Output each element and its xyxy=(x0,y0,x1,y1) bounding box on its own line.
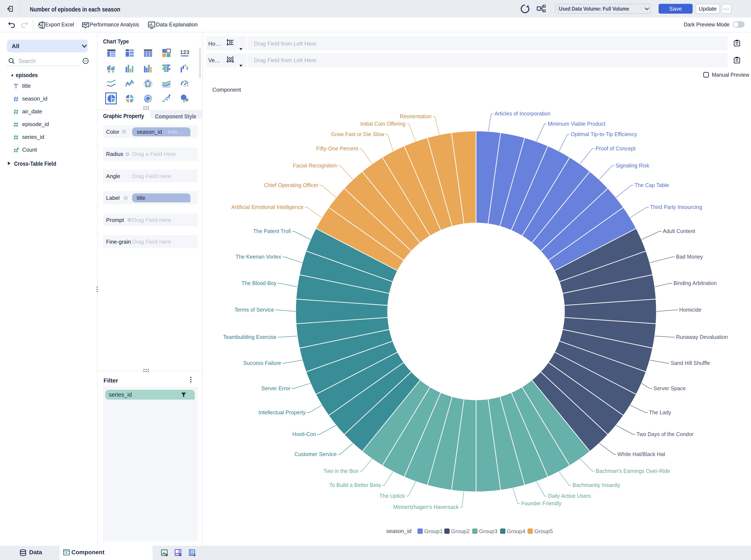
svg-text:Daily Active Users: Daily Active Users xyxy=(548,493,591,499)
svg-text:Server Space: Server Space xyxy=(653,385,686,391)
svg-text:Adult Content: Adult Content xyxy=(663,228,695,234)
svg-text:Initial Coin Offering: Initial Coin Offering xyxy=(360,121,406,127)
svg-text:Server Error: Server Error xyxy=(261,385,290,391)
svg-text:Group2: Group2 xyxy=(451,528,470,535)
svg-text:The Blood Boy: The Blood Boy xyxy=(242,280,277,286)
svg-text:Terms of Service: Terms of Service xyxy=(235,307,274,313)
svg-text:Group3: Group3 xyxy=(479,528,498,535)
svg-text:Bachman's Earnings Over-Ride: Bachman's Earnings Over-Ride xyxy=(596,468,670,474)
svg-text:The Patent Troll: The Patent Troll xyxy=(253,228,291,234)
svg-text:Group1: Group1 xyxy=(424,528,443,535)
svg-text:Runaway Devaluation: Runaway Devaluation xyxy=(676,334,728,340)
svg-text:Chief Operating Officer: Chief Operating Officer xyxy=(264,182,319,188)
svg-text:Binding Arbitration: Binding Arbitration xyxy=(673,280,717,286)
svg-text:Hooli-Con: Hooli-Con xyxy=(292,431,316,437)
svg-text:The Keenan Vortex: The Keenan Vortex xyxy=(236,254,281,260)
svg-text:To Build a Better Beta: To Build a Better Beta xyxy=(329,482,381,488)
svg-text:Optimal Tip-to-Tip Efficiency: Optimal Tip-to-Tip Efficiency xyxy=(571,131,637,137)
svg-text:Group5: Group5 xyxy=(534,528,553,535)
svg-text:Artificial Emotional Intellige: Artificial Emotional Intelligence xyxy=(231,204,304,210)
svg-text:Intellectual Property: Intellectual Property xyxy=(259,409,306,415)
svg-text:The Lady: The Lady xyxy=(649,409,671,415)
svg-text:Articles of Incorporation: Articles of Incorporation xyxy=(494,111,551,117)
svg-text:Grow Fast or Die Slow: Grow Fast or Die Slow xyxy=(331,131,384,137)
svg-text:Signaling Risk: Signaling Risk xyxy=(615,162,649,168)
svg-text:Reorientation: Reorientation xyxy=(400,113,431,119)
svg-text:Sand Hill Shuffle: Sand Hill Shuffle xyxy=(671,360,710,366)
svg-text:Bachmanity Insanity: Bachmanity Insanity xyxy=(572,482,620,488)
svg-text:The Cap Table: The Cap Table xyxy=(634,182,669,188)
svg-text:Teambuilding Exercise: Teambuilding Exercise xyxy=(223,334,277,340)
svg-text:Homicide: Homicide xyxy=(679,307,702,313)
svg-text:Fifty-One Percent: Fifty-One Percent xyxy=(316,145,358,152)
svg-text:Customer Service: Customer Service xyxy=(295,451,337,457)
svg-text:Minimum Viable Product: Minimum Viable Product xyxy=(548,121,606,127)
svg-text:Two in the Box: Two in the Box xyxy=(324,468,359,474)
svg-text:Third Party Insourcing: Third Party Insourcing xyxy=(650,204,702,210)
svg-text:Group4: Group4 xyxy=(507,528,525,535)
svg-text:Founder Friendly: Founder Friendly xyxy=(521,500,562,506)
svg-text:Success Failure: Success Failure xyxy=(243,360,281,366)
svg-text:The Uptick: The Uptick xyxy=(380,493,405,499)
svg-text:White Hat/Black Hat: White Hat/Black Hat xyxy=(617,451,665,457)
svg-text:season_id: season_id xyxy=(386,528,411,534)
svg-text:Proof of Concept: Proof of Concept xyxy=(595,145,635,152)
svg-text:Meinertzhagen's Haversack: Meinertzhagen's Haversack xyxy=(393,504,459,510)
svg-text:Facial Recognition: Facial Recognition xyxy=(293,162,337,168)
svg-text:Two Days of the Condor: Two Days of the Condor xyxy=(636,431,693,437)
svg-text:123: 123 xyxy=(180,49,189,55)
svg-text:Bad Money: Bad Money xyxy=(676,254,703,260)
